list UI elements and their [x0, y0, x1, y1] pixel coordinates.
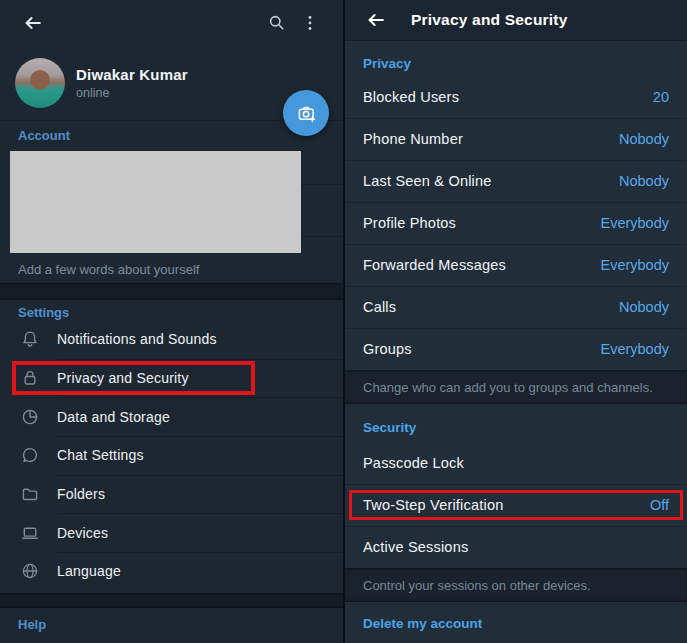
bell-icon	[18, 327, 42, 351]
search-button[interactable]	[259, 6, 293, 40]
section-gap	[0, 283, 343, 300]
row-value: 20	[653, 89, 669, 105]
profile-avatar[interactable]	[15, 58, 65, 108]
menu-item-label: Devices	[57, 525, 108, 541]
delete-account-label[interactable]: Delete my account	[345, 602, 687, 631]
row-profile-photos[interactable]: Profile Photos Everybody	[345, 202, 687, 244]
menu-item-chat-settings[interactable]: Chat Settings	[0, 436, 343, 475]
row-passcode-lock[interactable]: Passcode Lock	[345, 442, 687, 484]
section-gap	[0, 593, 343, 608]
back-button[interactable]	[16, 6, 50, 40]
row-label: Blocked Users	[363, 89, 459, 105]
search-icon	[266, 12, 287, 33]
row-label: Active Sessions	[363, 539, 468, 555]
row-label: Phone Number	[363, 131, 463, 147]
bio-hint-text: Add a few words about yourself	[18, 262, 199, 277]
menu-item-label: Folders	[57, 486, 105, 502]
security-section-header: Security	[345, 404, 687, 442]
row-value: Nobody	[619, 299, 669, 315]
back-arrow-icon	[365, 9, 387, 31]
telegram-settings-screen: Diwakar Kumar online Account Add a few w…	[0, 0, 687, 643]
set-profile-photo-button[interactable]	[283, 90, 329, 136]
row-calls[interactable]: Calls Nobody	[345, 286, 687, 328]
back-arrow-icon	[22, 12, 44, 34]
laptop-icon	[18, 521, 42, 545]
menu-item-label: Data and Storage	[57, 409, 170, 425]
row-label: Last Seen & Online	[363, 173, 492, 189]
groups-note: Change who can add you to groups and cha…	[345, 370, 687, 404]
row-label: Two-Step Verification	[363, 497, 503, 513]
row-label: Profile Photos	[363, 215, 456, 231]
profile-name: Diwakar Kumar	[76, 66, 188, 83]
row-label: Groups	[363, 341, 412, 357]
folder-icon	[18, 482, 42, 506]
row-two-step-verification[interactable]: Two-Step Verification Off	[345, 484, 687, 526]
menu-item-privacy-security[interactable]: Privacy and Security	[0, 359, 343, 398]
menu-item-label: Privacy and Security	[57, 370, 189, 386]
more-menu-button[interactable]	[293, 6, 327, 40]
menu-item-label: Chat Settings	[57, 447, 144, 463]
privacy-section-label: Privacy	[345, 40, 687, 71]
settings-topbar	[0, 0, 343, 45]
privacy-topbar: Privacy and Security	[345, 0, 687, 40]
settings-panel: Diwakar Kumar online Account Add a few w…	[0, 0, 343, 643]
row-label: Passcode Lock	[363, 455, 464, 471]
redacted-overlay	[10, 151, 301, 253]
menu-item-label: Notifications and Sounds	[57, 331, 217, 347]
camera-plus-icon	[294, 101, 319, 126]
row-groups[interactable]: Groups Everybody	[345, 328, 687, 370]
settings-section: Settings Notifications and Sounds Privac…	[0, 300, 343, 593]
chat-bubble-icon	[18, 443, 42, 467]
lock-icon	[18, 366, 42, 390]
row-value: Everybody	[600, 215, 669, 231]
row-blocked-users[interactable]: Blocked Users 20	[345, 76, 687, 118]
row-active-sessions[interactable]: Active Sessions	[345, 526, 687, 568]
row-value: Everybody	[600, 257, 669, 273]
menu-item-devices[interactable]: Devices	[0, 513, 343, 552]
online-status: online	[76, 86, 188, 100]
row-value: Nobody	[619, 131, 669, 147]
row-value: Everybody	[600, 341, 669, 357]
kebab-menu-icon	[300, 13, 320, 33]
row-label: Calls	[363, 299, 396, 315]
settings-section-label: Settings	[0, 300, 343, 320]
privacy-security-panel: Privacy and Security Privacy Blocked Use…	[345, 0, 687, 643]
row-last-seen-online[interactable]: Last Seen & Online Nobody	[345, 160, 687, 202]
delete-account-section: Delete my account	[345, 602, 687, 643]
security-section-label: Security	[345, 404, 687, 435]
row-label: Forwarded Messages	[363, 257, 506, 273]
menu-item-language[interactable]: Language	[0, 552, 343, 591]
account-section: Account Add a few words about yourself	[0, 120, 343, 283]
row-forwarded-messages[interactable]: Forwarded Messages Everybody	[345, 244, 687, 286]
page-title: Privacy and Security	[411, 11, 568, 29]
back-button[interactable]	[359, 3, 393, 37]
menu-item-label: Language	[57, 563, 121, 579]
pie-chart-icon	[18, 405, 42, 429]
privacy-section-header: Privacy	[345, 40, 687, 76]
help-section-label: Help	[0, 608, 343, 632]
sessions-note: Control your sessions on other devices.	[345, 568, 687, 602]
row-value: Nobody	[619, 173, 669, 189]
menu-item-notifications[interactable]: Notifications and Sounds	[0, 320, 343, 359]
menu-item-folders[interactable]: Folders	[0, 475, 343, 514]
globe-icon	[18, 559, 42, 583]
help-section: Help	[0, 608, 343, 643]
menu-item-data-storage[interactable]: Data and Storage	[0, 397, 343, 436]
row-phone-number[interactable]: Phone Number Nobody	[345, 118, 687, 160]
row-value: Off	[650, 497, 669, 513]
